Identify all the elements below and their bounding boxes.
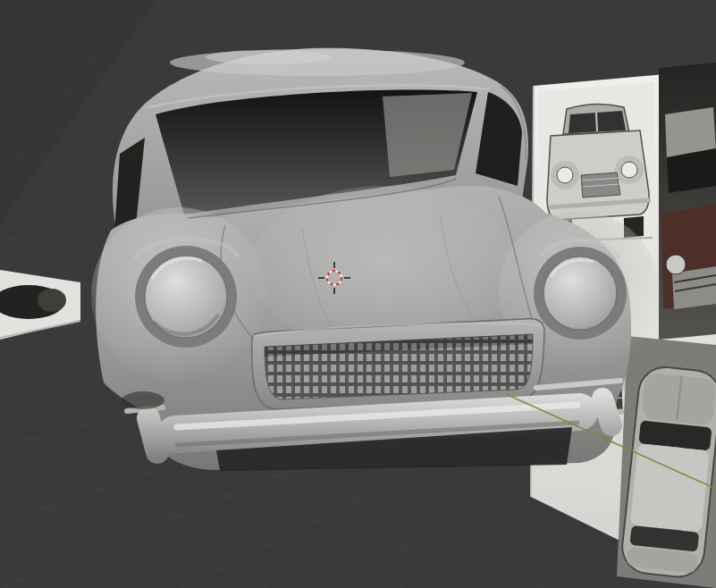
- reference-photo-top-view: [617, 336, 716, 588]
- headlight-left: [135, 246, 237, 348]
- grille: [252, 319, 544, 409]
- reference-left-photo-detail: [38, 289, 66, 312]
- viewport-canvas[interactable]: [0, 0, 716, 588]
- roof-highlight-bright: [206, 50, 331, 64]
- viewport-window: [0, 0, 716, 588]
- fender-left-shadow: [122, 391, 164, 409]
- reference-photo-dark-view: [659, 63, 716, 340]
- headlight-right: [534, 247, 627, 340]
